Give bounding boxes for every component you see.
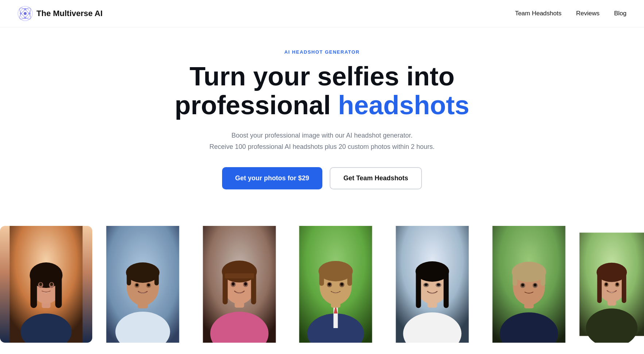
photo-gallery bbox=[0, 226, 644, 343]
cta-secondary-button[interactable]: Get Team Headshots bbox=[330, 167, 422, 189]
main-nav: Team Headshots Reviews Blog bbox=[515, 10, 626, 17]
svg-rect-26 bbox=[154, 273, 159, 285]
svg-point-87 bbox=[615, 282, 619, 287]
svg-point-35 bbox=[222, 261, 257, 282]
nav-team-headshots[interactable]: Team Headshots bbox=[515, 10, 562, 17]
svg-point-42 bbox=[232, 282, 234, 285]
svg-rect-33 bbox=[234, 297, 244, 308]
hero-badge: AI HEADSHOT GENERATOR bbox=[165, 49, 479, 55]
svg-rect-38 bbox=[225, 269, 253, 277]
logo-icon bbox=[18, 6, 33, 21]
hero-title-line1: Turn your selfies into bbox=[190, 62, 455, 91]
svg-marker-47 bbox=[334, 304, 338, 313]
svg-point-55 bbox=[328, 283, 331, 286]
hero-subtitle-line2: Receive 100 professional AI headshots pl… bbox=[209, 143, 434, 150]
svg-point-12 bbox=[31, 269, 61, 304]
svg-point-58 bbox=[403, 312, 462, 343]
svg-point-30 bbox=[147, 284, 150, 286]
hero-subtitle: Boost your professional image with our A… bbox=[165, 130, 479, 152]
svg-point-88 bbox=[605, 283, 608, 286]
svg-point-41 bbox=[243, 281, 248, 287]
hero-subtitle-line1: Boost your professional image with our A… bbox=[232, 132, 412, 139]
svg-point-61 bbox=[416, 261, 449, 282]
hero-title-line2: professional bbox=[175, 91, 338, 120]
svg-rect-68 bbox=[493, 226, 566, 343]
person-silhouette-4 bbox=[290, 226, 382, 343]
svg-point-17 bbox=[49, 282, 54, 288]
svg-point-60 bbox=[417, 268, 448, 304]
gallery-photo-3 bbox=[193, 226, 286, 343]
svg-point-7 bbox=[20, 13, 22, 15]
svg-rect-70 bbox=[524, 298, 534, 308]
svg-point-29 bbox=[135, 284, 138, 286]
person-silhouette-7 bbox=[579, 226, 644, 343]
person-silhouette-3 bbox=[193, 226, 286, 343]
cta-primary-button[interactable]: Get your photos for $29 bbox=[222, 167, 322, 189]
gallery-photo-5 bbox=[386, 226, 478, 343]
svg-point-80 bbox=[586, 308, 638, 343]
header: The Multiverse AI Team Headshots Reviews… bbox=[0, 0, 644, 27]
hero-section: AI HEADSHOT GENERATOR Turn your selfies … bbox=[158, 27, 486, 226]
svg-point-66 bbox=[424, 283, 428, 286]
svg-point-75 bbox=[520, 283, 525, 288]
logo-text: The Multiverse AI bbox=[36, 9, 102, 18]
svg-point-28 bbox=[146, 283, 151, 288]
svg-point-32 bbox=[210, 312, 268, 343]
svg-point-5 bbox=[24, 8, 26, 10]
svg-point-23 bbox=[127, 269, 159, 305]
svg-point-10 bbox=[20, 313, 71, 343]
svg-point-65 bbox=[436, 283, 442, 287]
svg-rect-81 bbox=[608, 296, 616, 305]
svg-point-13 bbox=[30, 262, 62, 288]
svg-point-49 bbox=[320, 268, 352, 305]
svg-point-53 bbox=[327, 282, 332, 287]
person-silhouette-1 bbox=[0, 226, 92, 343]
nav-reviews[interactable]: Reviews bbox=[576, 10, 600, 17]
svg-point-64 bbox=[423, 283, 429, 287]
svg-point-27 bbox=[134, 283, 139, 288]
svg-point-76 bbox=[533, 283, 538, 288]
svg-rect-44 bbox=[299, 226, 372, 343]
svg-rect-84 bbox=[597, 272, 602, 303]
gallery-photo-2 bbox=[97, 226, 189, 343]
svg-rect-20 bbox=[106, 226, 179, 343]
svg-point-45 bbox=[307, 313, 364, 343]
svg-point-40 bbox=[230, 281, 236, 287]
svg-point-54 bbox=[340, 282, 345, 287]
svg-rect-73 bbox=[513, 272, 517, 286]
svg-rect-52 bbox=[348, 271, 352, 286]
svg-rect-51 bbox=[319, 271, 324, 286]
svg-rect-14 bbox=[30, 275, 37, 308]
gallery-section bbox=[0, 226, 644, 343]
svg-point-78 bbox=[534, 284, 537, 286]
gallery-photo-4 bbox=[290, 226, 382, 343]
svg-rect-36 bbox=[222, 270, 228, 304]
gallery-photo-6 bbox=[483, 226, 575, 343]
svg-point-18 bbox=[39, 282, 42, 286]
svg-point-21 bbox=[115, 312, 170, 343]
svg-rect-22 bbox=[137, 298, 148, 308]
gallery-photo-1 bbox=[0, 226, 92, 343]
svg-rect-46 bbox=[334, 306, 338, 328]
svg-point-77 bbox=[521, 284, 524, 286]
svg-rect-62 bbox=[416, 272, 421, 308]
svg-rect-59 bbox=[428, 297, 437, 308]
svg-rect-9 bbox=[9, 226, 82, 343]
svg-point-56 bbox=[341, 283, 344, 286]
svg-point-69 bbox=[500, 312, 558, 343]
svg-point-83 bbox=[597, 262, 627, 282]
svg-rect-37 bbox=[251, 270, 256, 304]
nav-blog[interactable]: Blog bbox=[614, 10, 626, 17]
hero-title-highlight: headshots bbox=[338, 91, 469, 120]
person-silhouette-2 bbox=[97, 226, 189, 343]
logo[interactable]: The Multiverse AI bbox=[18, 6, 102, 21]
svg-rect-39 bbox=[225, 273, 254, 278]
svg-point-89 bbox=[616, 283, 618, 286]
svg-rect-85 bbox=[622, 272, 626, 303]
svg-rect-63 bbox=[444, 272, 449, 308]
svg-point-4 bbox=[24, 12, 27, 15]
svg-point-19 bbox=[50, 282, 53, 286]
svg-rect-48 bbox=[331, 297, 341, 308]
cta-buttons: Get your photos for $29 Get Team Headsho… bbox=[165, 167, 479, 189]
svg-rect-15 bbox=[55, 275, 62, 308]
